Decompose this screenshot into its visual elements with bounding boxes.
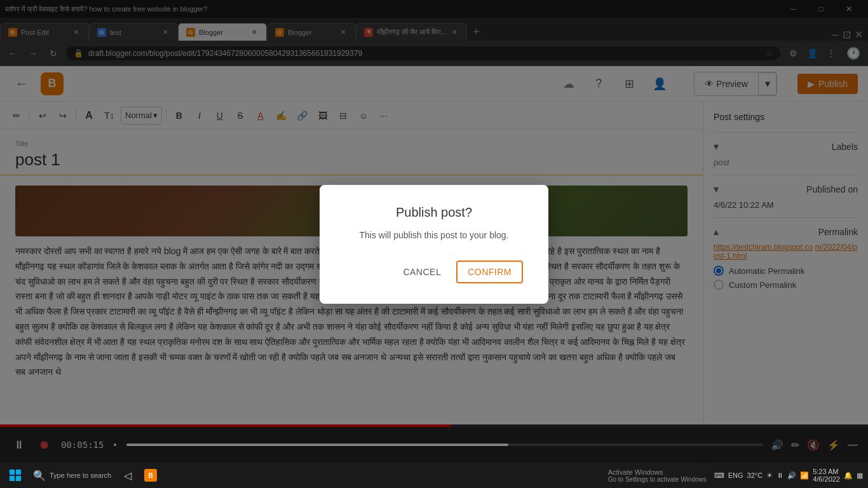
windows-logo-icon — [9, 469, 22, 482]
svg-rect-3 — [16, 476, 21, 481]
modal-body: This will publish this post to your blog… — [345, 230, 523, 240]
notification-icon[interactable]: 🔔 — [844, 471, 853, 480]
temperature: 32°C — [747, 471, 763, 479]
weather-icon: ☀ — [766, 471, 773, 480]
search-label: Type here to search — [50, 471, 111, 479]
eng-label: ENG — [728, 471, 743, 479]
keyboard-icon[interactable]: ⌨ — [714, 471, 724, 480]
search-icon: 🔍 — [33, 470, 46, 482]
pause-icon[interactable]: ⏸ — [776, 471, 783, 479]
modal-actions: CANCEL CONFIRM — [345, 261, 523, 283]
show-desktop-button[interactable]: ▦ — [857, 471, 863, 480]
cancel-button[interactable]: CANCEL — [393, 261, 451, 283]
go-to-settings-text: Go to Settings to activate Windows — [608, 476, 707, 483]
activate-text: Activate Windows — [608, 468, 707, 476]
network-icon[interactable]: 📶 — [800, 471, 809, 480]
search-button[interactable]: 🔍 Type here to search — [28, 465, 116, 485]
activate-windows-text: Activate Windows Go to Settings to activ… — [608, 468, 707, 483]
modal-overlay: Publish post? This will publish this pos… — [0, 0, 868, 488]
taskbar: 🔍 Type here to search ◁ B Activate Windo… — [0, 463, 868, 488]
blogger-app-icon: B — [144, 469, 157, 482]
confirm-button[interactable]: CONFIRM — [456, 261, 523, 283]
date-display: 4/6/2022 — [813, 475, 840, 483]
svg-rect-0 — [10, 470, 15, 475]
volume-icon[interactable]: 🔊 — [787, 471, 796, 480]
modal-title: Publish post? — [345, 205, 523, 220]
back-nav-button[interactable]: ◁ — [119, 465, 137, 485]
svg-rect-2 — [10, 476, 15, 481]
system-tray: ⌨ ENG 32°C ☀ ⏸ 🔊 📶 5:23 AM 4/6/2022 🔔 ▦ — [714, 468, 863, 483]
publish-modal: Publish post? This will publish this pos… — [320, 185, 548, 304]
start-button[interactable] — [5, 465, 25, 485]
taskbar-app-1[interactable]: B — [139, 465, 162, 485]
time-display: 5:23 AM — [813, 468, 840, 475]
svg-rect-1 — [16, 470, 21, 475]
clock: 5:23 AM 4/6/2022 — [813, 468, 840, 483]
